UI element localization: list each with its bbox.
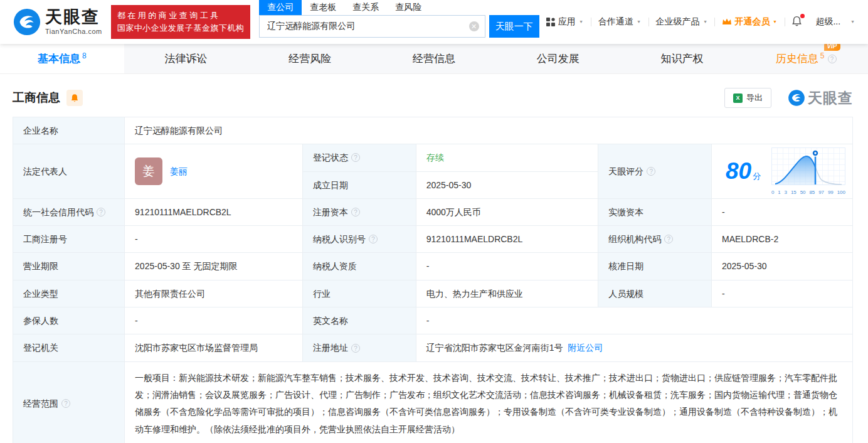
logo-domain: TianYanCha.com	[45, 28, 102, 35]
nav-partner-channel[interactable]: 合作通道	[591, 16, 648, 28]
taxpayer-quality-value: -	[416, 253, 598, 280]
field-label: 成立日期	[302, 171, 416, 198]
business-term-value: 2025-05-30 至 无固定期限	[125, 253, 303, 280]
business-scope-value: 一般项目：新兴能源技术研发；新能源汽车整车销售；技术服务、技术开发、技术咨询、技…	[125, 361, 853, 443]
reg-capital-value: 4000万人民币	[416, 198, 598, 225]
promo-banner-line2: 国家中小企业发展子基金旗下机构	[117, 22, 245, 35]
nav-enterprise-product[interactable]: 企业级产品	[649, 16, 715, 28]
field-label: 组织机构代码	[598, 226, 712, 253]
nav-open-membership[interactable]: 开通会员	[715, 16, 785, 28]
nav-partner-label: 合作通道	[598, 16, 633, 28]
subscribe-bell-button[interactable]	[66, 90, 83, 106]
tab-operating-info[interactable]: 经营信息	[372, 44, 496, 73]
nav-apps-label: 应用	[558, 16, 576, 28]
help-icon[interactable]	[97, 208, 105, 216]
main-content: 工商信息 导出 天眼查	[0, 74, 868, 443]
notifications-bell[interactable]	[785, 16, 808, 29]
tab-company-development[interactable]: 公司发展	[496, 44, 620, 73]
field-label: 英文名称	[302, 307, 416, 334]
export-button[interactable]: 导出	[724, 88, 771, 108]
score-value: 80分	[726, 154, 761, 188]
taxpayer-id-value: 91210111MAELDRCB2L	[416, 226, 598, 253]
chevron-down-icon	[772, 19, 778, 25]
table-row: 统一社会信用代码 91210111MAELDRCB2L 注册资本 4000万人民…	[13, 198, 853, 225]
search-tab-company[interactable]: 查公司	[259, 0, 302, 15]
field-label: 天眼评分	[598, 144, 712, 199]
help-icon[interactable]	[664, 235, 673, 243]
staff-size-value: -	[712, 280, 853, 307]
table-row: 营业期限 2025-05-30 至 无固定期限 纳税人资质 - 核准日期 202…	[13, 253, 853, 280]
field-label: 登记机关	[13, 334, 125, 361]
insured-count-value: -	[125, 307, 303, 334]
field-label: 实缴资本	[598, 198, 712, 225]
tianyancha-watermark: 天眼查	[788, 88, 853, 108]
business-info-table: 企业名称 辽宁远醇能源有限公司 法定代表人 姜 姜丽 登记状态 存续 天眼评分	[13, 117, 853, 443]
top-nav: 应用 合作通道 企业级产品 开通会员	[539, 16, 855, 29]
search-tab-relation[interactable]: 查关系	[344, 0, 387, 15]
search-input[interactable]	[259, 15, 485, 38]
chevron-down-icon	[850, 19, 855, 25]
crown-icon	[722, 18, 732, 26]
english-name-value: -	[416, 307, 852, 334]
tab-count: 8	[82, 51, 87, 60]
org-code-value: MAELDRCB-2	[712, 226, 853, 253]
notification-dot	[800, 14, 805, 18]
field-label: 工商注册号	[13, 226, 125, 253]
help-icon[interactable]	[61, 399, 70, 408]
tab-legal-proceedings[interactable]: 法律诉讼	[124, 44, 248, 73]
field-label: 人员规模	[598, 280, 712, 307]
apps-grid-icon	[546, 18, 555, 26]
nav-super-label: 超级...	[815, 16, 840, 28]
search-tab-boss[interactable]: 查老板	[302, 0, 344, 15]
nav-super-account[interactable]: 超级...	[808, 16, 847, 28]
promo-banner: 都在用的商业查询工具 国家中小企业发展子基金旗下机构	[111, 5, 251, 39]
score-distribution-chart: 013 155085 9799100	[771, 147, 846, 195]
chevron-down-icon	[702, 19, 708, 25]
nav-apps[interactable]: 应用	[539, 16, 591, 28]
help-icon[interactable]	[351, 153, 360, 162]
field-label: 纳税人资质	[302, 253, 416, 280]
help-icon[interactable]	[369, 235, 378, 243]
tab-intellectual-property[interactable]: 知识产权	[620, 44, 744, 73]
field-label: 纳税人识别号	[302, 226, 416, 253]
search-tab-risk[interactable]: 查风险	[387, 0, 430, 15]
legal-rep-link[interactable]: 姜丽	[170, 165, 188, 178]
tab-history-info[interactable]: VIP 历史信息 5	[744, 44, 868, 73]
company-name-value: 辽宁远醇能源有限公司	[125, 117, 853, 144]
excel-icon	[733, 93, 743, 103]
company-section-tabbar: 基本信息 8 法律诉讼 经营风险 经营信息 公司发展 知识产权 VIP 历史信息…	[0, 44, 868, 74]
nearby-companies-link[interactable]: 附近公司	[568, 343, 603, 353]
search-button[interactable]: 天眼一下	[489, 15, 539, 38]
tianyancha-logo[interactable]: 天眼查 TianYanCha.com	[13, 8, 102, 36]
help-icon[interactable]	[351, 208, 360, 216]
field-label: 法定代表人	[13, 144, 125, 199]
logo-title: 天眼查	[45, 9, 102, 26]
company-type-value: 其他有限责任公司	[125, 280, 303, 307]
table-row: 企业类型 其他有限责任公司 行业 电力、热力生产和供应业 人员规模 -	[13, 280, 853, 307]
field-label: 注册资本	[302, 198, 416, 225]
approval-date-value: 2025-05-30	[712, 253, 853, 280]
table-row: 工商注册号 - 纳税人识别号 91210111MAELDRCB2L 组织机构代码…	[13, 226, 853, 253]
clear-search-icon[interactable]	[469, 21, 479, 31]
help-icon[interactable]	[351, 344, 360, 353]
bell-icon	[70, 93, 79, 103]
table-row: 企业名称 辽宁远醇能源有限公司	[13, 117, 853, 144]
field-label: 行业	[302, 280, 416, 307]
field-label: 参保人数	[13, 307, 125, 334]
help-icon[interactable]	[647, 167, 655, 176]
field-label: 营业期限	[13, 253, 125, 280]
help-icon[interactable]	[828, 55, 837, 63]
tab-operating-risk[interactable]: 经营风险	[248, 44, 372, 73]
tianyan-score-cell: 80分	[712, 144, 853, 199]
tab-basic-info[interactable]: 基本信息 8	[0, 44, 124, 73]
est-date-value: 2025-05-30	[416, 171, 598, 198]
section-title: 工商信息	[13, 90, 60, 106]
table-row: 法定代表人 姜 姜丽 登记状态 存续 天眼评分 8	[13, 144, 853, 171]
table-row: 经营范围 一般项目：新兴能源技术研发；新能源汽车整车销售；技术服务、技术开发、技…	[13, 361, 853, 443]
chevron-down-icon	[636, 19, 642, 25]
reg-number-value: -	[125, 226, 303, 253]
field-label: 核准日期	[598, 253, 712, 280]
avatar[interactable]: 姜	[135, 157, 162, 185]
credit-code-value: 91210111MAELDRCB2L	[125, 198, 303, 225]
top-header: 天眼查 TianYanCha.com 都在用的商业查询工具 国家中小企业发展子基…	[0, 0, 868, 44]
